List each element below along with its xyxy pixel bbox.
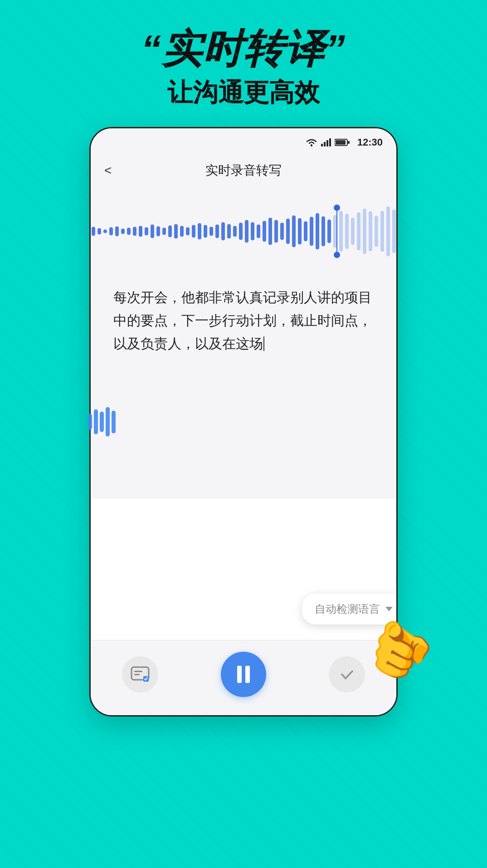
waveform-bar [145,227,148,235]
transcript-icon [131,666,150,683]
waveform-bar [316,213,319,249]
waveform-bar [221,222,225,240]
waveform-bar [345,214,349,249]
waveform-bar [97,228,101,234]
waveform-bars [89,204,398,258]
svg-rect-4 [329,138,331,146]
app-header: < 实时录音转写 [91,153,396,186]
waveform-bar [304,221,307,241]
headline-text: 实时转译 [162,26,325,71]
waveform-bar [310,217,313,246]
lang-label: 自动检测语言 [315,602,380,616]
waveform-bar [162,228,166,235]
waveform-container [91,204,396,258]
waveform-bar [174,224,178,239]
check-icon [337,665,356,684]
playhead [336,206,337,256]
waveform-bar [298,218,302,244]
svg-rect-10 [134,674,140,675]
waveform-bar [121,229,125,234]
spacer [91,408,396,499]
wifi-icon [306,138,317,147]
waveform-bar [292,215,296,247]
waveform-bar [257,224,260,238]
bottom-controls [91,640,396,715]
svg-rect-7 [348,141,350,144]
waveform-bar [227,224,231,239]
svg-rect-3 [326,140,328,146]
transcript-area: 每次开会，他都非常认真记录别人讲的项目中的要点，下一步行动计划，截止时间点，以及… [91,272,396,408]
pause-bar-left [237,666,242,683]
waveform-area [91,186,396,272]
waveform-bar [198,223,201,239]
waveform-bar [151,224,154,238]
waveform-bar [139,226,142,237]
svg-rect-2 [324,142,326,146]
waveform-bar [263,221,266,242]
back-button[interactable]: < [104,163,112,178]
app-background: “实时转译” 让沟通更高效 [0,0,487,868]
svg-point-0 [311,145,312,146]
pause-button[interactable] [221,652,266,697]
waveform-bar [103,229,107,233]
svg-rect-1 [321,144,323,146]
bar-left-3 [100,412,104,432]
subheadline: 让沟通更高效 [27,76,460,110]
transcript-content: 每次开会，他都非常认真记录别人讲的项目中的要点，下一步行动计划，截止时间点，以及… [113,290,372,351]
waveform-bar [133,227,136,236]
bar-left-2 [94,410,98,434]
waveform-bar [192,225,195,238]
phone-frame: 12:30 < 实时录音转写 [89,127,398,717]
waveform-bar [375,216,378,247]
waveform-bar [280,223,284,240]
waveform-bar [380,211,384,252]
playhead-dot-bottom [334,252,340,258]
waveform-bar [369,211,372,251]
waveform-bar [251,222,254,240]
phone-wrapper: 12:30 < 实时录音转写 [89,127,398,717]
waveform-bar [186,227,190,235]
waveform-bar [115,226,119,236]
waveform-bar [339,211,343,252]
header-area: “实时转译” 让沟通更高效 [0,0,487,124]
svg-rect-9 [134,671,142,672]
waveform-bar [209,227,213,236]
waveform-bar [127,228,131,235]
transcript-text: 每次开会，他都非常认真记录别人讲的项目中的要点，下一步行动计划，截止时间点，以及… [113,286,374,355]
transcript-button[interactable] [122,656,158,692]
waveform-bar [239,223,243,240]
waveform-bar [109,227,113,235]
pause-icon [237,666,250,683]
waveform-bar [168,225,172,237]
waveform-bar [180,226,184,237]
lang-dropdown-arrow [385,607,393,611]
pause-bar-right [245,666,250,683]
waveform-bar [245,220,248,243]
waveform-bar [357,212,360,250]
bar-left-5 [112,410,116,433]
waveform-bar [363,209,366,254]
waveform-bar [204,225,207,238]
signal-icon [321,138,331,146]
waveform-bar [321,216,325,246]
waveform-bar [233,226,237,237]
waveform-bar [215,224,219,238]
waveform-bar [392,210,396,253]
quote-close: ” [325,26,346,71]
status-icons: 12:30 [306,137,383,148]
waveform-bar [274,220,278,243]
bar-left-4 [106,407,110,437]
waveform-bar [386,206,390,256]
waveform-bar [327,219,331,243]
waveform-bar [351,218,355,245]
status-bar: 12:30 [91,128,396,153]
bar-left-1 [88,414,92,430]
quote-open: “ [141,26,162,71]
svg-rect-6 [336,140,346,145]
text-cursor [263,336,264,351]
battery-icon [335,138,350,146]
waveform-bar [286,219,290,244]
waveform-bar [268,218,272,245]
waveform-bar [156,226,160,236]
done-button[interactable] [329,656,365,692]
